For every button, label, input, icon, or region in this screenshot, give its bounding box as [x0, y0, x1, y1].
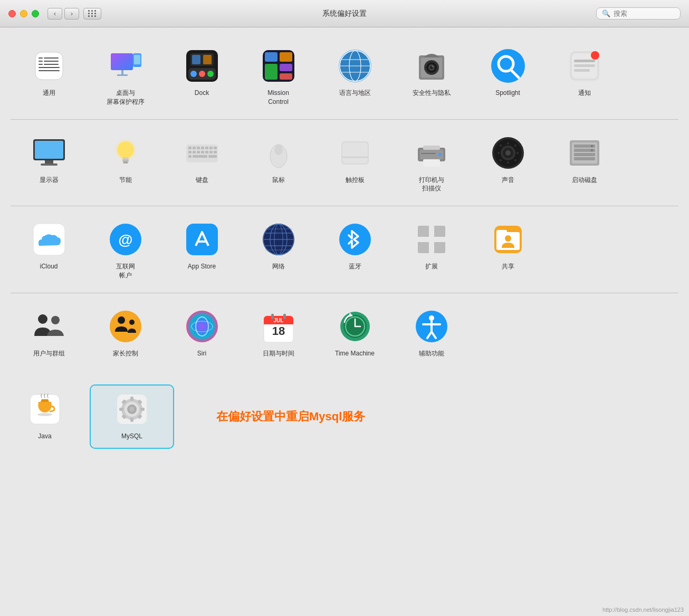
svg-rect-78	[197, 151, 200, 153]
maximize-button[interactable]	[32, 10, 39, 17]
icon-item-printer[interactable]: 打印机与扫描仪	[393, 129, 470, 201]
icon-item-security[interactable]: 安全性与隐私	[393, 42, 470, 114]
icon-item-sharing[interactable]: 共享	[470, 216, 546, 287]
icon-item-java[interactable]: Java	[11, 386, 79, 448]
svg-point-89	[274, 145, 283, 155]
svg-rect-8	[39, 70, 60, 71]
svg-rect-62	[41, 163, 58, 166]
close-button[interactable]	[8, 10, 16, 17]
grid-icon	[88, 10, 97, 17]
startup-icon	[566, 134, 603, 171]
back-button[interactable]: ‹	[47, 8, 62, 20]
icon-item-users[interactable]: 用户与群组	[11, 303, 87, 365]
display-icon	[31, 134, 68, 171]
icon-item-sound[interactable]: 声音	[470, 129, 546, 201]
mission-control-label: MissionControl	[267, 89, 289, 107]
svg-rect-73	[205, 147, 208, 149]
icon-item-startup[interactable]: 启动磁盘	[546, 129, 623, 201]
java-icon	[26, 391, 63, 428]
icon-item-display[interactable]: 显示器	[11, 129, 87, 201]
grid-view-button[interactable]	[83, 8, 101, 20]
sharing-label: 共享	[502, 262, 514, 271]
icon-item-keyboard[interactable]: 键盘	[164, 129, 240, 201]
svg-rect-184	[130, 418, 133, 422]
svg-rect-95	[423, 146, 440, 150]
svg-rect-149	[496, 230, 507, 234]
section-internet: iCloud @ 互联网帐户	[11, 206, 678, 293]
icon-item-bluetooth[interactable]: 蓝牙	[317, 216, 393, 287]
svg-point-107	[516, 152, 519, 154]
svg-rect-13	[134, 55, 140, 64]
svg-rect-137	[418, 226, 430, 238]
section-personal: 通用	[11, 33, 678, 120]
energy-label: 节能	[119, 176, 132, 185]
svg-rect-186	[140, 408, 145, 411]
svg-rect-7	[39, 67, 60, 68]
datetime-label: 日期与时间	[263, 349, 294, 358]
svg-rect-96	[423, 159, 440, 167]
icon-item-mission-control[interactable]: MissionControl	[240, 42, 317, 114]
icon-item-mouse[interactable]: 鼠标	[240, 129, 317, 201]
mysql-label: MySQL	[121, 432, 142, 441]
svg-rect-9	[111, 53, 133, 70]
svg-point-179	[37, 413, 52, 416]
icon-item-general[interactable]: 通用	[11, 42, 87, 114]
icon-item-datetime[interactable]: JUL 18 日期与时间	[240, 303, 317, 365]
icon-item-language[interactable]: 语言与地区	[317, 42, 393, 114]
hardware-icons-grid: 显示器 节能	[11, 129, 678, 201]
search-input[interactable]	[614, 9, 675, 17]
svg-point-18	[199, 71, 205, 77]
icon-item-accessibility[interactable]: 辅助功能	[393, 303, 470, 365]
icon-item-extensions[interactable]: 扩展	[393, 216, 470, 287]
icon-item-appstore[interactable]: App Store	[164, 216, 240, 287]
svg-rect-85	[208, 155, 217, 158]
icon-item-parental[interactable]: 家长控制	[87, 303, 164, 365]
svg-rect-75	[214, 147, 217, 149]
icon-item-siri[interactable]: Siri	[164, 303, 240, 365]
svg-rect-11	[117, 74, 128, 76]
svg-point-97	[438, 153, 442, 156]
icon-item-network[interactable]: 网络	[240, 216, 317, 287]
mysql-icon	[113, 391, 150, 428]
titlebar: ‹ › 系统偏好设置 🔍	[0, 0, 689, 27]
search-box[interactable]: 🔍	[596, 7, 681, 20]
svg-point-156	[186, 311, 218, 342]
internet-accounts-label: 互联网帐户	[116, 262, 135, 280]
printer-icon	[413, 134, 450, 171]
svg-point-119	[591, 149, 593, 151]
spotlight-label: Spotlight	[495, 89, 520, 98]
dock-icon	[184, 47, 221, 84]
icon-item-spotlight[interactable]: Spotlight	[470, 42, 546, 114]
icon-item-notification[interactable]: 通知	[546, 42, 623, 114]
timemachine-icon	[337, 308, 374, 345]
svg-point-151	[38, 314, 47, 324]
svg-rect-25	[280, 52, 292, 62]
network-icon	[260, 221, 297, 258]
icloud-label: iCloud	[40, 262, 58, 271]
icon-item-dock[interactable]: Dock	[164, 42, 240, 114]
icon-item-internet-accounts[interactable]: @ 互联网帐户	[87, 216, 164, 287]
bottom-section: Java MySQL	[0, 376, 689, 458]
icon-item-energy[interactable]: 节能	[87, 129, 164, 201]
svg-point-125	[188, 226, 216, 253]
notification-icon	[566, 47, 603, 84]
icon-item-timemachine[interactable]: Time Machine	[317, 303, 393, 365]
keyboard-icon	[184, 134, 221, 171]
svg-rect-6	[44, 64, 59, 65]
svg-rect-69	[188, 147, 192, 149]
svg-point-152	[51, 316, 60, 324]
svg-rect-98	[421, 153, 436, 154]
svg-rect-117	[574, 157, 595, 160]
icon-item-trackpad[interactable]: 触控板	[317, 129, 393, 201]
mission-control-icon	[260, 47, 297, 84]
icon-item-icloud[interactable]: iCloud	[11, 216, 87, 287]
svg-point-154	[118, 316, 125, 324]
icloud-icon	[31, 221, 68, 258]
icon-item-desktop[interactable]: 桌面与屏幕保护程序	[87, 42, 164, 114]
annotation-text: 在偏好设置中重启Mysql服务	[216, 409, 365, 425]
forward-button[interactable]: ›	[64, 8, 79, 20]
icon-item-mysql[interactable]: MySQL	[90, 384, 174, 449]
minimize-button[interactable]	[20, 10, 27, 17]
startup-label: 启动磁盘	[572, 176, 597, 185]
svg-rect-60	[35, 141, 63, 159]
